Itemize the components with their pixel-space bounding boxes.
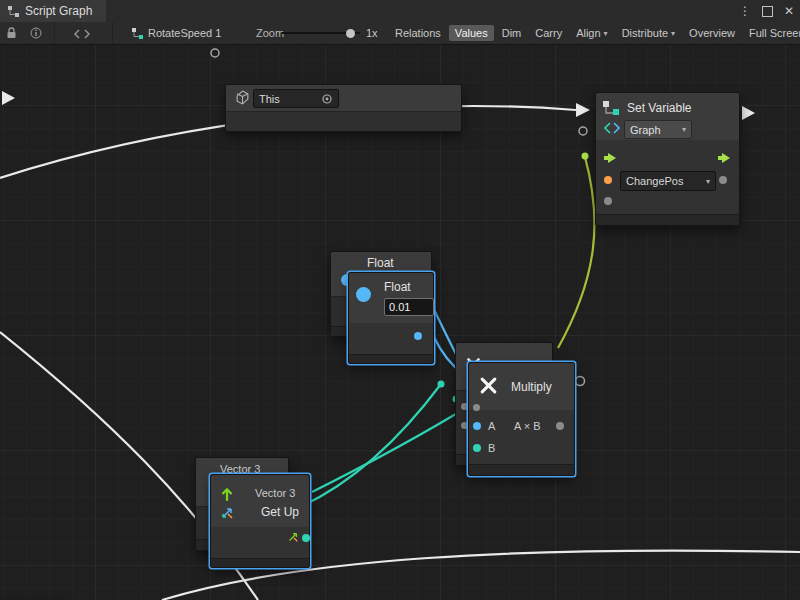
graph-name[interactable]: RotateSpeed 1 [148, 27, 221, 39]
zoom-value: 1x [366, 27, 378, 39]
empty-port-this[interactable] [211, 49, 219, 57]
set-variable-footer [596, 214, 739, 225]
wire-end-dot-lime [582, 153, 589, 160]
empty-port-multiply-out[interactable] [576, 377, 585, 386]
zoom-slider[interactable] [282, 28, 360, 38]
lock-icon[interactable] [6, 27, 17, 39]
tab-script-graph[interactable]: Script Graph [0, 0, 106, 22]
info-icon[interactable] [30, 27, 42, 39]
window-controls: ⋮ ✕ [739, 0, 794, 22]
multiply-input-b-port[interactable] [473, 444, 481, 452]
chevron-down-icon: ▾ [604, 29, 608, 38]
multiply-footer [469, 464, 574, 475]
multiply-title: Multiply [511, 380, 552, 394]
multiply-input-b-label: B [488, 442, 495, 454]
wire-lime-multiply-to-setvariable [558, 157, 594, 348]
vector3-type-icon [287, 531, 299, 543]
wire-end-dot-teal [438, 381, 445, 388]
empty-port-set-variable[interactable] [579, 127, 587, 135]
carry-button[interactable]: Carry [529, 25, 568, 41]
dim-button[interactable]: Dim [496, 25, 528, 41]
vector3-type-icon [220, 506, 234, 520]
node-float[interactable]: Float 0.01 [348, 272, 434, 364]
variable-name-dropdown[interactable]: ChangePos ▾ [620, 171, 716, 191]
kebab-menu-icon[interactable]: ⋮ [739, 4, 751, 18]
multiply-input-a-port[interactable] [473, 422, 481, 430]
vector3-operation-label: Get Up [261, 505, 299, 519]
close-icon[interactable]: ✕ [784, 4, 794, 18]
chevron-down-icon: ▾ [706, 177, 710, 186]
script-graph-icon [7, 5, 20, 18]
multiply-icon [478, 375, 499, 396]
float-output-port[interactable] [414, 332, 422, 340]
float-footer [349, 354, 433, 363]
vector3-footer [211, 558, 309, 567]
node-vector3-get-up[interactable]: Vector 3 Get Up [210, 474, 310, 568]
ghost-port [461, 422, 468, 429]
chevron-down-icon: ▾ [682, 125, 686, 134]
vector3-title: Vector 3 [255, 487, 295, 499]
zoom-slider-knob[interactable] [346, 29, 355, 38]
kind-icon [604, 122, 620, 134]
unity-script-graph-window: Script Graph ⋮ ✕ RotateSpeed 1 Zo [0, 0, 800, 600]
flow-output-port[interactable] [718, 153, 731, 163]
wire-teal-vector3-to-multiply-b [312, 403, 474, 492]
node-set-variable[interactable]: Set Variable Graph ▾ ChangePos ▾ [595, 92, 740, 226]
graph-toolbar: RotateSpeed 1 Zoom 1x Relations Values D… [0, 22, 800, 45]
distribute-button[interactable]: Distribute▾ [616, 25, 681, 41]
toolbar-separator [112, 22, 113, 44]
wire-arrow-set-variable-in [576, 103, 590, 117]
full-screen-button[interactable]: Full Screen [743, 25, 800, 41]
set-variable-title: Set Variable [627, 101, 691, 115]
toolbar-buttons: Relations Values Dim Carry Align▾ Distri… [388, 22, 800, 44]
multiply-top-port[interactable] [473, 404, 480, 411]
multiply-output-port[interactable] [556, 422, 564, 430]
maximize-icon[interactable] [762, 6, 773, 17]
node-this[interactable]: This [225, 84, 462, 132]
float-value-input[interactable]: 0.01 [384, 298, 434, 316]
float-ghost-title: Float [367, 256, 394, 270]
multiply-body [469, 410, 574, 465]
vector3-output-port[interactable] [302, 534, 310, 542]
float-type-icon [356, 287, 371, 302]
variable-output-port[interactable] [719, 176, 727, 184]
graph-canvas[interactable]: This Set Variable Graph ▾ [0, 44, 800, 600]
tab-title: Script Graph [25, 4, 92, 18]
variable-kind-dropdown[interactable]: Graph ▾ [624, 120, 692, 139]
toolbar-separator [54, 22, 55, 44]
align-button[interactable]: Align▾ [570, 25, 613, 41]
flow-input-port[interactable] [604, 153, 617, 163]
this-object-label: This [259, 93, 280, 105]
multiply-input-a-label: A [488, 420, 495, 432]
node-multiply[interactable]: Multiply A A × B B [468, 362, 575, 476]
this-object-field[interactable]: This [253, 89, 339, 108]
titlebar: Script Graph ⋮ ✕ [0, 0, 800, 23]
cube-icon [235, 90, 250, 105]
variable-name-port[interactable] [604, 176, 612, 184]
code-brackets-icon[interactable] [74, 29, 90, 39]
chevron-down-icon: ▾ [671, 29, 675, 38]
value-input-port[interactable] [604, 197, 612, 205]
values-button[interactable]: Values [449, 25, 494, 41]
zoom-label: Zoom [256, 27, 284, 39]
ghost-port [461, 403, 468, 410]
up-arrow-icon [219, 486, 235, 502]
float-title: Float [384, 280, 411, 294]
wire-arrow-right-edge [742, 106, 755, 120]
overview-button[interactable]: Overview [683, 25, 741, 41]
relations-button[interactable]: Relations [389, 25, 447, 41]
multiply-output-label: A × B [514, 420, 541, 432]
graph-reference-icon [131, 27, 144, 40]
set-variable-icon [602, 99, 620, 117]
object-picker-icon[interactable] [321, 93, 333, 105]
wire-arrow-left-edge [2, 91, 15, 105]
